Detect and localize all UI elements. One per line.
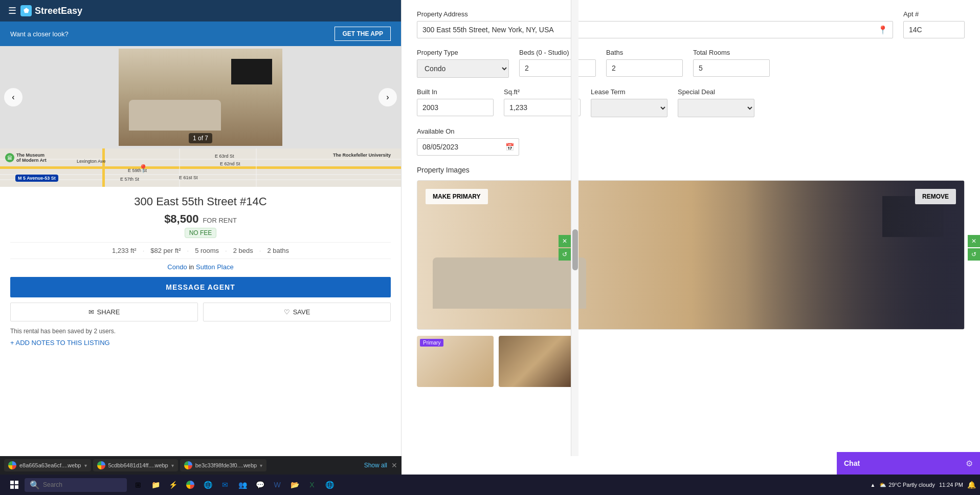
teams-icon[interactable]: 👥	[235, 478, 250, 492]
download-item-3[interactable]: be3c33f98fde3f0....webp ▾	[180, 459, 266, 471]
chevron-down-icon-3[interactable]: ▾	[260, 463, 262, 468]
share-button[interactable]: ✉ SHARE	[10, 303, 198, 321]
download-item-2[interactable]: 5cdbb6481d14ff....webp ▾	[93, 459, 178, 471]
museum-icon: 🏛	[5, 153, 14, 162]
property-address-input[interactable]	[417, 21, 893, 38]
thumbnail-1[interactable]: Primary	[417, 336, 494, 387]
taskbar-app-icons: ⊞ 📁 ⚡ 🌐 ✉ 👥 💬 W 📂 X 🌐	[131, 478, 337, 492]
museum-label: The Museumof Modern Art	[16, 153, 47, 163]
right-side-button-top[interactable]: ✕	[968, 235, 980, 247]
sqft-label: Sq.ft²	[504, 88, 581, 96]
taskbar: 🔍 ⊞ 📁 ⚡ 🌐 ✉ 👥 💬 W 📂 X 🌐 ▲ ⛅ 29°C Partly …	[0, 475, 980, 495]
listing-price: $8,500	[164, 212, 198, 226]
download-filename-2: 5cdbb6481d14ff....webp	[108, 462, 168, 468]
logo-text: StreetEasy	[35, 6, 82, 16]
thumbnail-2[interactable]	[499, 336, 575, 387]
sofa-decoration	[129, 100, 221, 131]
rockefeller-label: The Rockefeller University	[333, 153, 391, 158]
mail-icon[interactable]: ✉	[218, 478, 232, 492]
tray-expand-icon[interactable]: ▲	[870, 482, 875, 488]
windows-start-button[interactable]	[4, 475, 25, 495]
photo-next-button[interactable]: ›	[378, 88, 397, 106]
taskbar-search-input[interactable]	[43, 481, 120, 488]
logo-icon: ⬟	[20, 5, 32, 16]
remove-image-button[interactable]: REMOVE	[915, 189, 956, 204]
explorer-icon[interactable]: 📁	[148, 478, 163, 492]
save-button[interactable]: ♡ SAVE	[203, 303, 391, 321]
lease-term-group: Lease Term 12 months 24 months	[591, 88, 667, 117]
chat-widget[interactable]: Chat ⚙	[837, 452, 980, 475]
folder-icon[interactable]: 📂	[287, 478, 302, 492]
map-container[interactable]: 🏛 The Museumof Modern Art M 5 Avenue-53 …	[0, 148, 401, 187]
edge-icon[interactable]: 🌐	[201, 478, 215, 492]
browser-icon[interactable]: 🌐	[322, 478, 337, 492]
get-app-button[interactable]: GET THE APP	[335, 27, 391, 41]
street-label-lex: Lexington Ave	[77, 159, 105, 164]
show-all-button[interactable]: Show all	[364, 462, 387, 469]
whatsapp-icon[interactable]: 💬	[253, 478, 267, 492]
win-logo-cell-3	[10, 485, 14, 489]
taskbar-search[interactable]: 🔍	[25, 478, 127, 492]
total-rooms-input[interactable]	[693, 59, 770, 77]
chevron-down-icon-1[interactable]: ▾	[84, 463, 87, 468]
property-photo	[119, 49, 282, 146]
vscode-icon[interactable]: ⚡	[166, 478, 180, 492]
side-button-bottom[interactable]: ↺	[559, 248, 571, 261]
beds-stat: 2 beds	[233, 247, 253, 254]
built-in-input[interactable]	[417, 99, 494, 116]
sqft-group: Sq.ft²	[504, 88, 581, 117]
side-button-top[interactable]: ✕	[559, 235, 571, 247]
neighborhood-link[interactable]: Sutton Place	[196, 263, 234, 271]
task-view-icon[interactable]: ⊞	[131, 478, 145, 492]
listing-info: 300 East 55th Street #14C $8,500 FOR REN…	[0, 187, 401, 355]
listing-address: 300 East 55th Street #14C	[10, 195, 391, 208]
win-logo-cell-1	[10, 481, 14, 484]
address-input-wrapper: 📍	[417, 21, 893, 38]
property-images-label: Property Images	[417, 166, 965, 174]
photo-prev-button[interactable]: ‹	[4, 88, 23, 106]
apt-input[interactable]	[903, 21, 965, 38]
primary-image	[417, 181, 964, 329]
photo-counter: 1 of 7	[189, 133, 212, 143]
baths-group: Baths	[606, 49, 683, 78]
apt-group: Apt #	[903, 10, 965, 38]
beds-input[interactable]	[519, 59, 596, 77]
excel-icon[interactable]: X	[305, 478, 319, 492]
download-item-1[interactable]: e8a665a63ea6cf....webp ▾	[4, 459, 91, 471]
street-label-62: E 62nd St	[220, 161, 240, 166]
available-on-input[interactable]	[417, 138, 519, 156]
avail-input-wrapper: 📅	[417, 138, 519, 156]
win-logo-cell-4	[15, 485, 18, 489]
scroll-thumb[interactable]	[572, 229, 578, 270]
save-label: SAVE	[293, 308, 310, 316]
sqft-input[interactable]	[504, 99, 581, 116]
chevron-down-icon-2[interactable]: ▾	[171, 463, 174, 468]
add-notes-button[interactable]: + ADD NOTES TO THIS LISTING	[10, 339, 391, 347]
taskbar-right: ▲ ⛅ 29°C Partly cloudy 11:24 PM 🔔	[870, 481, 976, 489]
word-icon[interactable]: W	[270, 478, 284, 492]
baths-input[interactable]	[606, 59, 683, 77]
lease-term-select[interactable]: 12 months 24 months	[591, 99, 667, 117]
download-close-button[interactable]: ✕	[391, 461, 397, 469]
special-deal-select[interactable]: No Fee Owner Pays	[678, 99, 754, 117]
scroll-indicator	[571, 0, 578, 456]
right-side-button-bottom[interactable]: ↺	[968, 248, 980, 261]
weather-display: ⛅ 29°C Partly cloudy	[879, 482, 935, 488]
condo-link[interactable]: Condo	[167, 263, 187, 271]
notification-icon[interactable]: 🔔	[967, 481, 976, 489]
chat-gear-icon[interactable]: ⚙	[966, 459, 973, 468]
message-agent-button[interactable]: MESSAGE AGENT	[10, 277, 391, 297]
listing-price-row: $8,500 FOR RENT	[10, 212, 391, 226]
type-beds-row: Property Type Condo Co-op House Townhous…	[417, 49, 965, 78]
price-per-sqft-stat: $82 per ft²	[150, 247, 181, 254]
property-type-label: Property Type	[417, 49, 509, 56]
download-bar: e8a665a63ea6cf....webp ▾ 5cdbb6481d14ff.…	[0, 456, 402, 475]
hamburger-menu[interactable]: ☰	[8, 5, 16, 16]
chrome-icon-3	[184, 461, 192, 469]
property-type-select[interactable]: Condo Co-op House Townhouse	[417, 59, 509, 78]
property-address-label: Property Address	[417, 10, 893, 18]
chrome-taskbar-icon[interactable]	[183, 478, 197, 492]
make-primary-button[interactable]: MAKE PRIMARY	[426, 189, 488, 204]
app-banner: Want a closer look? GET THE APP	[0, 21, 401, 46]
saved-text-content: This rental has been saved by 2 users.	[10, 328, 116, 335]
